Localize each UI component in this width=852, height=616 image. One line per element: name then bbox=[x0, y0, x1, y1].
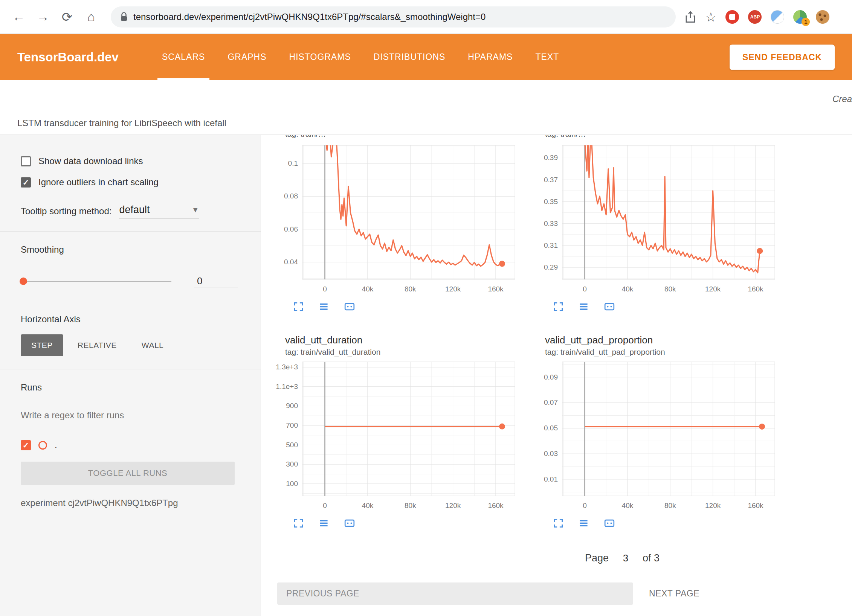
divider bbox=[0, 369, 261, 369]
run-name: . bbox=[55, 440, 57, 450]
chart-toolbar bbox=[293, 300, 532, 313]
send-feedback-button[interactable]: SEND FEEDBACK bbox=[730, 44, 835, 70]
svg-text:0: 0 bbox=[583, 285, 587, 293]
tooltip-sorting-dropdown[interactable]: default ▼ bbox=[119, 204, 199, 218]
experiment-subheader: Crea LSTM transducer training for LibriS… bbox=[0, 80, 852, 135]
toggle-log-axis-icon[interactable] bbox=[319, 302, 329, 312]
tensorboard-logo[interactable]: TensorBoard.dev bbox=[0, 50, 151, 64]
tab-histograms[interactable]: HISTOGRAMS bbox=[278, 34, 362, 80]
smoothing-value-input[interactable] bbox=[194, 274, 238, 288]
tab-distributions[interactable]: DISTRIBUTIONS bbox=[362, 34, 457, 80]
cookie-extension-icon[interactable] bbox=[816, 10, 829, 24]
fit-domain-icon[interactable] bbox=[604, 518, 615, 528]
horizontal-axis-buttons: STEP RELATIVE WALL bbox=[0, 334, 261, 356]
svg-text:0.39: 0.39 bbox=[544, 154, 558, 162]
chart-canvas[interactable]: 040k80k120k160k0.010.030.050.070.09 bbox=[532, 359, 781, 513]
fit-domain-icon[interactable] bbox=[344, 518, 355, 528]
smoothing-slider-thumb[interactable] bbox=[20, 278, 27, 285]
svg-text:40k: 40k bbox=[622, 285, 634, 293]
adblock-extension-icon[interactable] bbox=[725, 10, 739, 24]
reload-icon[interactable]: ⟳ bbox=[57, 9, 77, 24]
share-icon[interactable] bbox=[685, 11, 696, 23]
abp-extension-icon[interactable]: ABP bbox=[748, 10, 762, 24]
lock-icon bbox=[120, 12, 128, 22]
fit-domain-icon[interactable] bbox=[344, 302, 355, 312]
url-bar[interactable]: tensorboard.dev/experiment/cj2vtPiwQHKN9… bbox=[111, 6, 676, 27]
run-checkbox[interactable] bbox=[21, 440, 31, 450]
next-page-button[interactable]: NEXT PAGE bbox=[649, 589, 699, 599]
charts-row-bottom: valid_utt_duration tag: train/valid_utt_… bbox=[261, 334, 852, 530]
svg-text:120k: 120k bbox=[705, 502, 721, 509]
svg-text:120k: 120k bbox=[705, 285, 721, 293]
svg-text:80k: 80k bbox=[405, 502, 416, 509]
svg-text:700: 700 bbox=[286, 421, 298, 429]
svg-text:0.33: 0.33 bbox=[544, 220, 558, 227]
expand-chart-icon[interactable] bbox=[553, 518, 563, 528]
svg-text:1.1e+3: 1.1e+3 bbox=[276, 383, 298, 390]
forward-icon[interactable]: → bbox=[33, 9, 53, 24]
previous-page-button[interactable]: PREVIOUS PAGE bbox=[277, 582, 633, 605]
main-nav: SCALARS GRAPHS HISTOGRAMS DISTRIBUTIONS … bbox=[151, 34, 570, 80]
chart-canvas[interactable]: 040k80k120k160k1003005007009001.1e+31.3e… bbox=[272, 359, 521, 513]
tensorboard-header: TensorBoard.dev SCALARS GRAPHS HISTOGRAM… bbox=[0, 34, 852, 80]
show-download-links-checkbox[interactable] bbox=[21, 156, 31, 166]
svg-text:80k: 80k bbox=[664, 502, 676, 509]
ignore-outliers-checkbox[interactable] bbox=[21, 177, 31, 188]
url-text: tensorboard.dev/experiment/cj2vtPiwQHKN9… bbox=[133, 12, 486, 22]
chart-card: valid_utt_duration tag: train/valid_utt_… bbox=[272, 334, 532, 530]
svg-text:0.05: 0.05 bbox=[544, 424, 558, 432]
blue-extension-icon[interactable] bbox=[771, 10, 784, 24]
divider bbox=[0, 301, 261, 301]
tooltip-sorting-value: default bbox=[119, 204, 150, 216]
chart-canvas[interactable]: 040k80k120k160k0.040.060.080.1 bbox=[272, 142, 521, 297]
tab-text[interactable]: TEXT bbox=[524, 34, 570, 80]
expand-chart-icon[interactable] bbox=[293, 518, 304, 528]
chart-canvas[interactable]: 040k80k120k160k0.290.310.330.350.370.39 bbox=[532, 142, 781, 297]
chart-card: tag: train/… 040k80k120k160k0.290.310.33… bbox=[532, 135, 792, 313]
axis-step-button[interactable]: STEP bbox=[21, 334, 63, 356]
experiment-name: experiment cj2vtPiwQHKN9Q1tx6PTpg bbox=[0, 498, 261, 508]
page-number-input[interactable] bbox=[614, 552, 637, 565]
chart-card: valid_utt_pad_proportion tag: train/vali… bbox=[532, 334, 792, 530]
toggle-all-runs-button[interactable]: TOGGLE ALL RUNS bbox=[21, 462, 235, 485]
svg-text:0.37: 0.37 bbox=[544, 176, 558, 184]
fit-domain-icon[interactable] bbox=[604, 302, 615, 312]
axis-relative-button[interactable]: RELATIVE bbox=[67, 334, 127, 356]
chart-tag-clipped: tag: train/… bbox=[285, 135, 532, 140]
runs-filter-input[interactable] bbox=[21, 408, 235, 423]
svg-text:160k: 160k bbox=[748, 285, 763, 293]
svg-text:0.03: 0.03 bbox=[544, 450, 558, 457]
profile-avatar[interactable]: 1 bbox=[793, 10, 807, 24]
ignore-outliers-label: Ignore outliers in chart scaling bbox=[38, 177, 159, 188]
tab-graphs[interactable]: GRAPHS bbox=[216, 34, 278, 80]
runs-label: Runs bbox=[0, 382, 261, 393]
back-icon[interactable]: ← bbox=[9, 9, 29, 24]
run-row[interactable]: . bbox=[0, 440, 261, 450]
chart-title: valid_utt_pad_proportion bbox=[545, 334, 792, 346]
tab-scalars[interactable]: SCALARS bbox=[151, 34, 216, 80]
toggle-log-axis-icon[interactable] bbox=[319, 518, 329, 528]
svg-text:40k: 40k bbox=[622, 502, 634, 509]
smoothing-label: Smoothing bbox=[0, 244, 261, 255]
svg-text:0: 0 bbox=[323, 285, 327, 293]
chart-tag: tag: train/valid_utt_pad_proportion bbox=[545, 348, 792, 357]
svg-text:0.35: 0.35 bbox=[544, 198, 558, 206]
expand-chart-icon[interactable] bbox=[553, 302, 563, 312]
home-icon[interactable]: ⌂ bbox=[81, 9, 101, 24]
chart-card: tag: train/… 040k80k120k160k0.040.060.08… bbox=[272, 135, 532, 313]
expand-chart-icon[interactable] bbox=[293, 302, 304, 312]
charts-row-top: tag: train/… 040k80k120k160k0.040.060.08… bbox=[261, 135, 852, 313]
page-of-label: of 3 bbox=[643, 552, 660, 564]
toggle-log-axis-icon[interactable] bbox=[579, 518, 589, 528]
tab-hparams[interactable]: HPARAMS bbox=[457, 34, 524, 80]
show-download-links-row: Show data download links bbox=[0, 156, 261, 166]
smoothing-slider-row bbox=[0, 274, 261, 288]
axis-wall-button[interactable]: WALL bbox=[131, 334, 174, 356]
experiment-description: LSTM transducer training for LibriSpeech… bbox=[17, 118, 226, 128]
bookmark-star-icon[interactable]: ☆ bbox=[705, 9, 716, 24]
svg-text:900: 900 bbox=[286, 402, 298, 410]
created-text-clipped: Crea bbox=[832, 94, 852, 104]
svg-text:40k: 40k bbox=[362, 285, 374, 293]
smoothing-slider[interactable] bbox=[21, 281, 171, 282]
toggle-log-axis-icon[interactable] bbox=[579, 302, 589, 312]
